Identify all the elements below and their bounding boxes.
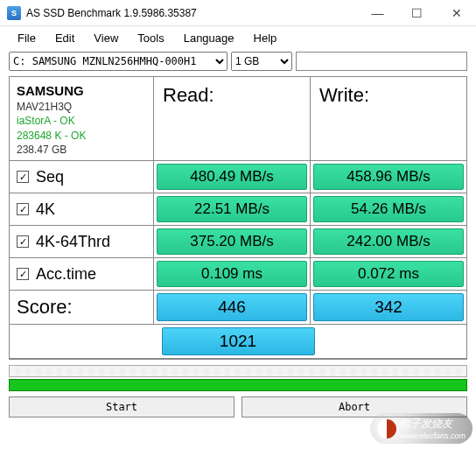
label-acc: Acc.time <box>36 265 96 284</box>
score-read: 446 <box>157 293 307 321</box>
acc-write: 0.072 ms <box>313 261 464 287</box>
menu-file[interactable]: File <box>9 30 45 46</box>
toolbar-input[interactable] <box>296 52 467 71</box>
label-seq: Seq <box>36 168 64 186</box>
menubar: File Edit View Tools Language Help <box>0 26 476 50</box>
score-total: 1021 <box>162 327 315 355</box>
drive-select[interactable]: C: SAMSUNG MZNLN256HMHQ-000H1 <box>9 52 228 71</box>
row-acc: ✓ Acc.time <box>10 258 154 291</box>
score-write: 342 <box>313 293 464 321</box>
row-seq: ✓ Seq <box>10 161 154 193</box>
toolbar: C: SAMSUNG MZNLN256HMHQ-000H1 1 GB <box>0 50 476 76</box>
label-4k64: 4K-64Thrd <box>36 233 110 251</box>
drive-model: MAV21H3Q <box>17 100 146 114</box>
seq-read: 480.49 MB/s <box>157 164 307 190</box>
drive-info-panel: SAMSUNG MAV21H3Q iaStorA - OK 283648 K -… <box>10 77 154 161</box>
watermark-url: www.elecfans.com <box>400 431 466 440</box>
checkbox-4k[interactable]: ✓ <box>17 203 29 215</box>
checkbox-4k64[interactable]: ✓ <box>17 235 29 248</box>
minimize-button[interactable]: — <box>358 0 397 26</box>
drive-driver: iaStorA - OK <box>17 114 146 128</box>
header-write: Write: <box>311 77 466 161</box>
menu-tools[interactable]: Tools <box>129 30 172 46</box>
checkbox-seq[interactable]: ✓ <box>17 171 29 183</box>
4k-read: 22.51 MB/s <box>157 196 307 222</box>
4k-write: 54.26 MB/s <box>313 196 464 222</box>
button-row: Start Abort <box>0 396 476 423</box>
label-4k: 4K <box>36 200 55 219</box>
menu-edit[interactable]: Edit <box>46 30 83 46</box>
app-icon: S <box>7 6 21 20</box>
size-select[interactable]: 1 GB <box>231 52 292 71</box>
window-titlebar: S AS SSD Benchmark 1.9.5986.35387 — ☐ ✕ <box>0 0 476 26</box>
drive-vendor: SAMSUNG <box>17 82 146 100</box>
progress-bar-2 <box>9 379 467 391</box>
seq-write: 458.96 MB/s <box>313 164 464 190</box>
4k64-read: 375.20 MB/s <box>157 228 307 255</box>
drive-capacity: 238.47 GB <box>17 143 146 157</box>
menu-view[interactable]: View <box>85 30 127 46</box>
menu-language[interactable]: Language <box>175 30 243 46</box>
close-button[interactable]: ✕ <box>437 0 476 26</box>
progress-bar-1 <box>9 365 467 377</box>
score-label: Score: <box>10 291 154 325</box>
row-4k: ✓ 4K <box>10 193 154 226</box>
acc-read: 0.109 ms <box>157 261 307 287</box>
maximize-button[interactable]: ☐ <box>397 0 437 26</box>
checkbox-acc[interactable]: ✓ <box>17 268 29 280</box>
row-4k64: ✓ 4K-64Thrd <box>10 226 154 258</box>
abort-button[interactable]: Abort <box>242 396 467 417</box>
start-button[interactable]: Start <box>9 396 234 417</box>
menu-help[interactable]: Help <box>245 30 286 46</box>
window-title: AS SSD Benchmark 1.9.5986.35387 <box>26 7 197 19</box>
drive-alignment: 283648 K - OK <box>17 129 146 143</box>
results-grid: SAMSUNG MAV21H3Q iaStorA - OK 283648 K -… <box>9 76 467 360</box>
header-read: Read: <box>154 77 311 161</box>
4k64-write: 242.00 MB/s <box>313 228 464 255</box>
